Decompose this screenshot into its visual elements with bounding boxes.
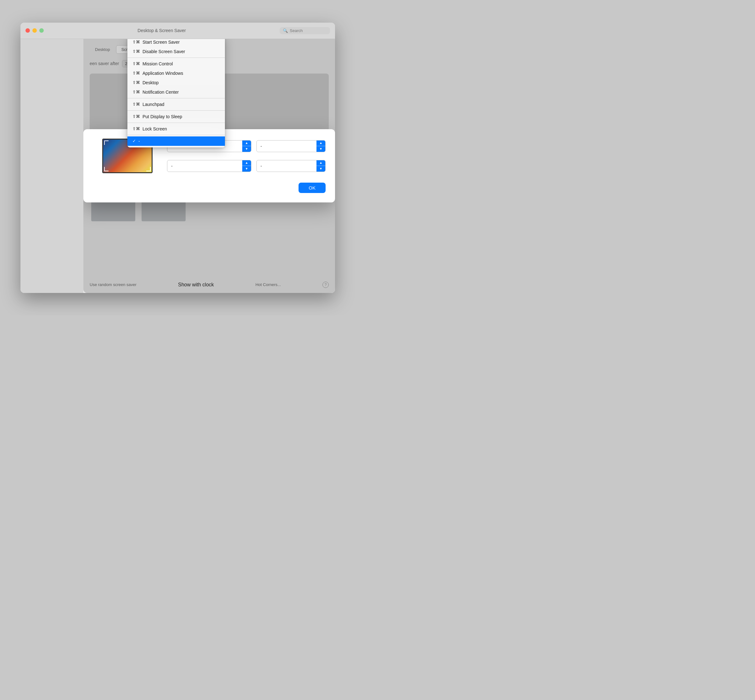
stepper-4[interactable]: - ▲ ▼ [256,160,326,172]
separator-2 [127,98,225,98]
stepper-3-buttons: ▲ ▼ [242,160,251,172]
stepper-4-buttons: ▲ ▼ [316,160,325,172]
stepper-2-down[interactable]: ▼ [316,146,325,152]
shortcut-mission-control: ⇧⌘ [132,61,140,66]
menu-label-launchpad: Launchpad [143,102,164,107]
menu-item-desktop[interactable]: ⇧⌘ Desktop [127,78,225,88]
stepper-2-buttons: ▲ ▼ [316,141,325,152]
menu-item-selected-dash[interactable]: ✓ - [127,136,225,146]
context-menu: ⇧⌘ Start Screen Saver ⇧⌘ Disable Screen … [127,39,225,147]
search-icon: 🔍 [283,28,288,33]
shortcut-launchpad: ⇧⌘ [132,102,140,106]
stepper-4-value: - [257,164,316,169]
main-content: Desktop Screen Saver een saver after 20 … [83,39,335,293]
search-input[interactable] [290,28,321,33]
menu-label-disable-screen-saver: Disable Screen Saver [143,49,185,54]
menu-item-disable-screen-saver[interactable]: ⇧⌘ Disable Screen Saver [127,47,225,56]
shortcut-start: ⇧⌘ [132,40,140,44]
stepper-1-up[interactable]: ▲ [242,141,251,146]
stepper-3-value: - [168,164,242,169]
checkmark-icon: ✓ [132,139,136,143]
sidebar [20,39,83,293]
menu-item-launchpad[interactable]: ⇧⌘ Launchpad [127,100,225,109]
separator-3 [127,110,225,111]
stepper-2[interactable]: - ▲ ▼ [256,140,326,152]
corner-bl [104,167,108,171]
stepper-2-up[interactable]: ▲ [316,141,325,146]
stepper-1-down[interactable]: ▼ [242,146,251,152]
stepper-3[interactable]: - ▲ ▼ [167,160,251,172]
maximize-button[interactable] [39,28,44,33]
stepper-4-down[interactable]: ▼ [316,166,325,172]
search-bar[interactable]: 🔍 [280,27,330,34]
shortcut-put-display-to-sleep: ⇧⌘ [132,114,140,119]
stepper-4-up[interactable]: ▲ [316,160,325,166]
shortcut-lock-screen: ⇧⌘ [132,127,140,131]
corner-br [146,167,151,171]
minimize-button[interactable] [32,28,37,33]
shortcut-disable: ⇧⌘ [132,49,140,54]
menu-label-notification-center: Notification Center [143,89,179,95]
modal-footer: OK [93,183,326,193]
separator-1 [127,58,225,58]
menu-label-lock-screen: Lock Screen [143,127,167,131]
menu-label-mission-control: Mission Control [143,61,173,66]
menu-label-dash: - [138,139,140,144]
menu-label-application-windows: Application Windows [143,71,183,76]
window-title: Desktop & Screen Saver [44,28,280,33]
shortcut-notification-center: ⇧⌘ [132,89,140,94]
main-window: Desktop & Screen Saver 🔍 Desktop Screen … [20,23,335,293]
corner-tl [104,141,108,145]
close-button[interactable] [25,28,30,33]
menu-item-notification-center[interactable]: ⇧⌘ Notification Center [127,88,225,97]
menu-label-desktop: Desktop [143,80,158,85]
traffic-lights [25,28,44,33]
menu-item-start-screen-saver[interactable]: ⇧⌘ Start Screen Saver [127,39,225,47]
menu-label-start-screen-saver: Start Screen Saver [143,40,180,45]
stepper-3-up[interactable]: ▲ [242,160,251,166]
separator-5 [127,135,225,135]
window-body: Desktop Screen Saver een saver after 20 … [20,39,335,293]
stepper-3-down[interactable]: ▼ [242,166,251,172]
stepper-1-buttons: ▲ ▼ [242,141,251,152]
menu-item-put-display-to-sleep[interactable]: ⇧⌘ Put Display to Sleep [127,112,225,121]
shortcut-desktop: ⇧⌘ [132,80,140,85]
menu-label-put-display-to-sleep: Put Display to Sleep [143,114,182,119]
title-bar: Desktop & Screen Saver 🔍 [20,23,335,39]
ok-button[interactable]: OK [299,183,326,193]
menu-item-application-windows[interactable]: ⇧⌘ Application Windows [127,69,225,78]
menu-item-mission-control[interactable]: ⇧⌘ Mission Control [127,59,225,69]
stepper-2-value: - [257,144,316,149]
menu-item-lock-screen[interactable]: ⇧⌘ Lock Screen [127,124,225,134]
shortcut-application-windows: ⇧⌘ [132,71,140,75]
